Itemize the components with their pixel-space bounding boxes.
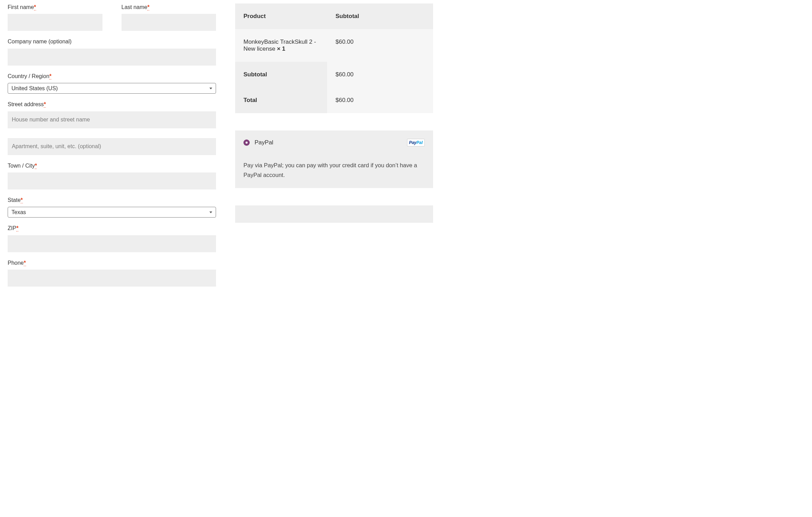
chevron-down-icon — [209, 87, 212, 89]
zip-label: ZIP* — [8, 224, 216, 232]
order-subtotal-row: Subtotal $60.00 — [235, 62, 433, 87]
required-mark: * — [16, 225, 18, 231]
order-head-product: Product — [235, 3, 327, 29]
state-label: State* — [8, 196, 216, 204]
required-mark: * — [24, 260, 26, 266]
street-label: Street address* — [8, 101, 216, 108]
order-line-item: MonkeyBasic TrackSkull 2 - New license ×… — [235, 29, 433, 62]
required-mark: * — [147, 4, 149, 10]
required-mark: * — [49, 73, 51, 79]
country-value: United States (US) — [11, 85, 58, 92]
country-select[interactable]: United States (US) — [8, 83, 216, 94]
order-item-price: $60.00 — [327, 29, 433, 62]
city-label: Town / City* — [8, 162, 216, 170]
country-label: Country / Region* — [8, 73, 216, 80]
order-summary: Product Subtotal MonkeyBasic TrackSkull … — [235, 3, 433, 294]
order-total-value: $60.00 — [327, 87, 433, 113]
zip-input[interactable] — [8, 235, 216, 252]
last-name-label: Last name* — [122, 3, 216, 11]
street1-input[interactable] — [8, 111, 216, 128]
required-mark: * — [20, 197, 23, 203]
checkout-bottom-bar — [235, 205, 433, 223]
required-mark: * — [34, 4, 36, 10]
company-input[interactable] — [8, 49, 216, 66]
required-mark: * — [44, 101, 46, 108]
phone-input[interactable] — [8, 270, 216, 287]
order-subtotal-value: $60.00 — [327, 62, 433, 87]
payment-description: Pay via PayPal; you can pay with your cr… — [243, 160, 425, 180]
payment-methods: PayPal PayPal Pay via PayPal; you can pa… — [235, 130, 433, 188]
last-name-input[interactable] — [122, 14, 216, 31]
chevron-down-icon — [209, 211, 212, 213]
paypal-logo-icon: PayPal — [407, 139, 425, 146]
phone-label: Phone* — [8, 259, 216, 267]
city-input[interactable] — [8, 172, 216, 189]
payment-method-label: PayPal — [255, 139, 273, 146]
state-select[interactable]: Texas — [8, 207, 216, 218]
order-total-row: Total $60.00 — [235, 87, 433, 113]
required-mark: * — [35, 163, 37, 169]
order-review-table: Product Subtotal MonkeyBasic TrackSkull … — [235, 3, 433, 113]
order-item-qty: × 1 — [277, 45, 285, 52]
payment-option-paypal[interactable]: PayPal PayPal — [243, 139, 425, 146]
state-value: Texas — [11, 209, 26, 215]
order-total-label: Total — [235, 87, 327, 113]
billing-form: First name* Last name* Company name (opt… — [8, 3, 216, 294]
first-name-input[interactable] — [8, 14, 102, 31]
order-subtotal-label: Subtotal — [235, 62, 327, 87]
order-head-subtotal: Subtotal — [327, 3, 433, 29]
street2-input[interactable] — [8, 138, 216, 155]
company-label: Company name (optional) — [8, 38, 216, 45]
radio-selected-icon — [243, 139, 250, 146]
first-name-label: First name* — [8, 3, 102, 11]
